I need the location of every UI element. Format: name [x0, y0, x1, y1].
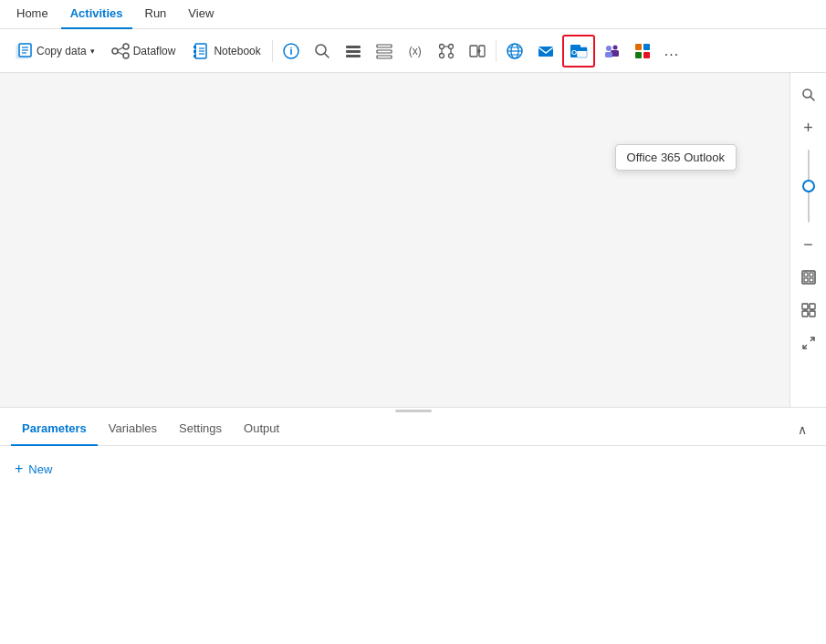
svg-rect-64 [802, 304, 808, 309]
svg-rect-60 [804, 273, 808, 276]
more-button[interactable]: ... [659, 35, 685, 68]
search-toolbar-icon [313, 42, 331, 60]
resize-handle-bar [395, 410, 432, 412]
copy-data-icon [15, 42, 33, 60]
svg-point-6 [123, 44, 129, 49]
globe-icon [506, 42, 524, 60]
execute-button[interactable] [463, 35, 492, 68]
svg-rect-56 [643, 52, 650, 58]
copy-data-dropdown-icon: ▾ [90, 47, 95, 56]
svg-rect-65 [810, 304, 815, 309]
dataflow-label: Dataflow [133, 45, 176, 57]
svg-point-28 [448, 44, 453, 48]
zoom-out-icon: − [803, 236, 813, 253]
fx-button[interactable]: (x) [401, 35, 430, 68]
layers-icon [633, 42, 652, 60]
globe-button[interactable] [500, 35, 529, 68]
nav-view[interactable]: View [179, 0, 223, 29]
tab-parameters[interactable]: Parameters [11, 413, 98, 446]
svg-rect-34 [470, 46, 477, 57]
svg-rect-22 [346, 50, 361, 53]
search-canvas-button[interactable] [794, 80, 823, 109]
svg-rect-54 [643, 44, 650, 50]
pipeline-icon [344, 42, 362, 60]
copy-data-button[interactable]: Copy data ▾ [7, 35, 102, 68]
nav-home[interactable]: Home [7, 0, 58, 29]
tooltip-box: Office 365 Outlook [615, 144, 737, 171]
notebook-button[interactable]: Notebook [184, 35, 267, 68]
svg-point-7 [123, 53, 129, 58]
tab-settings[interactable]: Settings [168, 413, 233, 446]
svg-rect-66 [802, 311, 808, 317]
svg-rect-52 [605, 52, 612, 57]
svg-rect-11 [193, 46, 196, 48]
zoom-in-icon: + [803, 119, 813, 136]
fit-screen-icon [801, 270, 816, 285]
dataflow-button[interactable]: Dataflow [104, 35, 183, 68]
svg-rect-63 [810, 278, 813, 282]
svg-rect-61 [810, 273, 813, 276]
toolbar-divider-2 [496, 40, 497, 62]
tab-output[interactable]: Output [233, 413, 290, 446]
info-button[interactable]: i [277, 35, 306, 68]
search-canvas-icon [801, 88, 816, 102]
nav-activities[interactable]: Activities [61, 0, 132, 29]
svg-rect-55 [635, 52, 642, 58]
svg-line-58 [810, 97, 814, 100]
notebook-icon [192, 42, 210, 60]
send-button[interactable] [531, 35, 560, 68]
teams-button[interactable] [597, 35, 626, 68]
nav-run[interactable]: Run [136, 0, 176, 29]
zoom-track [808, 150, 810, 223]
svg-rect-45 [577, 47, 587, 51]
zoom-out-button[interactable]: − [794, 230, 823, 259]
new-plus-icon: + [15, 461, 23, 477]
svg-point-49 [612, 45, 617, 49]
fit-to-screen-button[interactable] [794, 263, 823, 292]
search-toolbar-button[interactable] [308, 35, 337, 68]
svg-point-51 [606, 46, 612, 51]
svg-rect-13 [193, 55, 196, 57]
outlook-button[interactable]: O [562, 35, 595, 68]
svg-rect-21 [346, 46, 361, 48]
info-icon: i [282, 42, 300, 60]
svg-rect-67 [810, 311, 815, 317]
notebook-label: Notebook [214, 45, 260, 57]
expand-button[interactable] [794, 328, 823, 358]
zoom-thumb[interactable] [802, 180, 815, 192]
execute-icon [468, 42, 486, 60]
svg-point-30 [439, 53, 444, 57]
svg-text:O: O [571, 48, 577, 57]
send-icon [537, 42, 555, 60]
list-button[interactable] [370, 35, 399, 68]
svg-point-5 [112, 48, 118, 54]
svg-rect-25 [377, 50, 392, 53]
svg-line-8 [118, 47, 123, 50]
pipeline-button[interactable] [339, 35, 368, 68]
zoom-in-button[interactable]: + [794, 113, 823, 142]
list-icon [375, 42, 393, 60]
collapse-icon: ∧ [798, 422, 807, 437]
fit-all-button[interactable] [794, 296, 823, 325]
branch-button[interactable] [432, 35, 461, 68]
svg-text:i: i [289, 46, 292, 57]
new-button[interactable]: + New [15, 457, 52, 481]
zoom-slider[interactable] [808, 150, 810, 223]
new-button-label: New [28, 462, 52, 476]
dataflow-icon [111, 42, 130, 60]
layers-button[interactable] [628, 35, 657, 68]
collapse-panel-button[interactable]: ∧ [789, 417, 815, 442]
branch-icon [437, 42, 455, 60]
tooltip-container: Office 365 Outlook [615, 144, 737, 171]
toolbar: Copy data ▾ Dataflow [0, 29, 826, 73]
more-icon: ... [664, 43, 679, 59]
main-area: Office 365 Outlook + − [0, 73, 826, 407]
tab-variables[interactable]: Variables [98, 413, 168, 446]
canvas-area[interactable]: Office 365 Outlook [0, 73, 789, 407]
toolbar-divider-1 [272, 40, 273, 62]
fit-all-icon [801, 303, 816, 317]
svg-rect-24 [377, 45, 392, 47]
bottom-tabs: Parameters Variables Settings Output ∧ [0, 413, 826, 446]
svg-rect-42 [538, 47, 553, 57]
bottom-content: + New [0, 446, 826, 492]
